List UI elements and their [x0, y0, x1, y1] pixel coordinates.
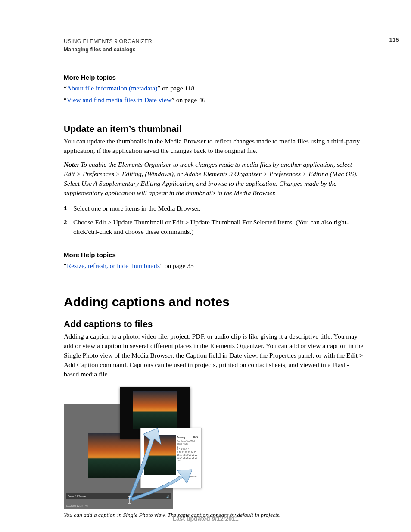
figure-caption-text: Beautiful Sunset — [68, 495, 87, 498]
running-header: USING ELEMENTS 9 ORGANIZER Managing file… — [64, 38, 364, 53]
step-item: Choose Edit > Update Thumbnail or Edit >… — [64, 218, 364, 236]
body-add-captions: Adding a caption to a photo, video file,… — [64, 332, 364, 379]
help-link-row: “About file information (metadata)” on p… — [64, 83, 364, 94]
header-doc-title: USING ELEMENTS 9 ORGANIZER — [64, 38, 364, 46]
figure-photo-small — [144, 435, 176, 475]
subhead-add-captions: Add captions to files — [64, 319, 364, 329]
note-update-thumbnail: Note: To enable the Elements Organizer t… — [64, 160, 364, 198]
page-number-rule — [385, 36, 385, 51]
figure-photo-medium — [133, 391, 177, 429]
page: USING ELEMENTS 9 ORGANIZER Managing file… — [0, 0, 411, 532]
note-label: Note: — [64, 161, 79, 168]
steps-update-thumbnail: Select one or more items in the Media Br… — [64, 204, 364, 236]
note-body: To enable the Elements Organizer to trac… — [64, 161, 358, 196]
figure-canvas: Beautiful Sunset 🔊 6/3/2004 12:24 PM Bea… — [64, 387, 202, 509]
header-section-title: Managing files and catalogs — [64, 46, 364, 53]
quote-open: “ — [64, 84, 67, 92]
figure-sheet-caption: Beautiful sunset! — [177, 475, 197, 478]
help-link-row: “Resize, refresh, or hide thumbnails” on… — [64, 260, 364, 271]
calendar-row: 16 17 18 19 20 21 22 — [177, 454, 198, 457]
help-link-tail: ” on page 35 — [160, 262, 194, 269]
help-link-tail: ” on page 46 — [171, 96, 206, 103]
speaker-icon: 🔊 — [166, 495, 169, 498]
chapter-title: Adding captions and notes — [64, 295, 364, 309]
help-link-resize-thumbs[interactable]: Resize, refresh, or hide thumbnails — [67, 262, 160, 269]
more-help-heading: More Help topics — [64, 251, 364, 258]
footer-last-updated: Last updated 9/12/2011 — [0, 515, 411, 522]
help-link-tail: ” on page 118 — [157, 84, 194, 92]
calendar-row: 30 31 — [177, 459, 198, 462]
help-link-date-view[interactable]: View and find media files in Date view — [67, 96, 171, 103]
figure-block: Beautiful Sunset 🔊 6/3/2004 12:24 PM Bea… — [64, 387, 364, 519]
page-number-block: 115 — [385, 36, 399, 50]
body-update-thumbnail: You can update the thumbnails in the Med… — [64, 137, 364, 156]
figure-calendar: January 2005 Sun Mon Tue Wed Thu Fri Sat… — [177, 436, 198, 462]
page-number: 115 — [389, 36, 399, 44]
help-link-metadata[interactable]: About file information (metadata) — [67, 84, 157, 92]
figure-calendar-sheet: January 2005 Sun Mon Tue Wed Thu Fri Sat… — [140, 428, 202, 488]
help-link-row: “View and find media files in Date view”… — [64, 94, 364, 106]
figure-caption-bar: Beautiful Sunset 🔊 — [66, 493, 171, 499]
more-help-heading: More Help topics — [64, 74, 364, 81]
calendar-month: January — [177, 436, 185, 439]
calendar-year: 2005 — [193, 436, 198, 439]
subhead-update-thumbnail: Update an item’s thumbnail — [64, 124, 364, 134]
calendar-dow: Sun Mon Tue Wed Thu Fri Sat — [177, 440, 198, 445]
step-item: Select one or more items in the Media Br… — [64, 204, 364, 213]
figure-photo-timestamp: 6/3/2004 12:24 PM — [66, 504, 88, 507]
quote-open: “ — [64, 262, 67, 269]
quote-open: “ — [64, 96, 67, 103]
